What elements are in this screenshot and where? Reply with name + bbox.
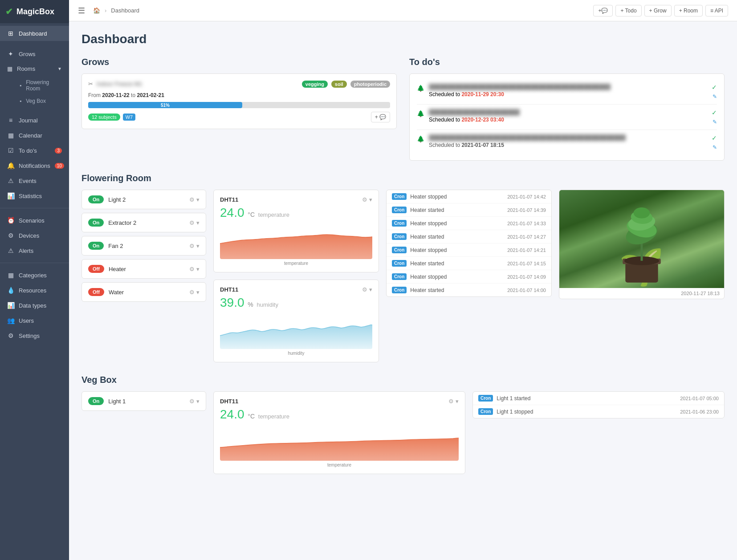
water-toggle[interactable]: Off [88, 288, 104, 296]
sidebar-item-resources[interactable]: 💧 Resources [0, 283, 69, 298]
cron-badge-0: Cron [392, 193, 407, 200]
home-icon[interactable]: 🏠 [93, 7, 100, 14]
sidebar-item-scenarios[interactable]: ⏰ Scenarios [0, 213, 69, 228]
light2-gear[interactable]: ⚙ ▾ [189, 196, 200, 203]
sidebar-item-devices[interactable]: ⚙ Devices [0, 228, 69, 243]
veg-temp-sensor-gear[interactable]: ⚙ ▾ [448, 398, 459, 405]
sidebar-item-grows[interactable]: ✦ Grows [0, 46, 69, 61]
humidity-unit: % [248, 301, 253, 308]
flowering-room-title: Flowering Room [81, 173, 725, 183]
sidebar-item-users[interactable]: 👥 Users [0, 313, 69, 328]
event-time-1: 2021-01-07 14:39 [507, 207, 546, 213]
fan2-toggle[interactable]: On [88, 242, 104, 250]
week-badge: W7 [123, 114, 136, 121]
todo-date-2: 2020-12-23 03:40 [461, 117, 504, 123]
topnav-room-button[interactable]: + Room [674, 5, 703, 16]
veg-event-desc-0: Light 1 started [497, 395, 676, 402]
sidebar-item-notifications[interactable]: 🔔 Notifications 10 [0, 158, 69, 173]
sidebar-label-categories: Categories [19, 272, 47, 279]
water-gear[interactable]: ⚙ ▾ [189, 289, 200, 296]
sidebar-label-datatypes: Data types [19, 302, 46, 309]
todos-section: To do's 🌲 ██████████████████████████████… [409, 57, 725, 161]
sidebar-item-rooms[interactable]: ▦ Rooms ▼ [0, 61, 69, 76]
sidebar-item-calendar[interactable]: ▦ Calendar [0, 128, 69, 143]
flowering-room-icon: ▪ [20, 82, 21, 89]
veg-temp-label: temperature [258, 413, 289, 420]
device-fan2: On Fan 2 ⚙ ▾ [81, 236, 206, 256]
breadcrumb-separator: › [105, 7, 106, 14]
extractor2-toggle[interactable]: On [88, 219, 104, 227]
todo-date-3: 2021-01-07 18:15 [461, 142, 504, 148]
cron-badge-6: Cron [392, 273, 407, 280]
logo-icon: ✔ [5, 6, 13, 17]
todos-icon: ☑ [7, 147, 14, 154]
temp-sensor-value: 24.0 °C temperature [220, 206, 372, 220]
extractor2-gear[interactable]: ⚙ ▾ [189, 219, 200, 226]
light1-toggle[interactable]: On [88, 397, 104, 405]
todo-edit-2[interactable]: ✎ [713, 119, 717, 125]
sidebar-item-settings[interactable]: ⚙ Settings [0, 328, 69, 343]
veg-box-grid: On Light 1 ⚙ ▾ DHT11 ⚙ ▾ 24.0 °C tempera… [81, 391, 725, 474]
light2-toggle[interactable]: On [88, 195, 104, 203]
temp-chart [220, 223, 372, 259]
topnav-chat-button[interactable]: +💬 [593, 5, 613, 16]
top-section: Grows ✂ Indoor Freeze M1 vegging soil ph… [81, 57, 725, 161]
humidity-sensor-gear[interactable]: ⚙ ▾ [362, 286, 372, 293]
calendar-icon: ▦ [7, 132, 14, 139]
rooms-submenu: ▪ Flowering Room ▪ Veg Box [0, 76, 69, 107]
sidebar-item-veg-box[interactable]: ▪ Veg Box [14, 95, 69, 107]
sidebar-item-journal[interactable]: ≡ Journal [0, 113, 69, 128]
veg-temp-chart [220, 425, 459, 461]
temp-chart-label: temperature [220, 261, 372, 266]
sidebar: ✔ MagicBox ⊞ Dashboard ✦ Grows ▦ Rooms ▼… [0, 0, 69, 560]
todo-check-3[interactable]: ✓ [712, 134, 717, 142]
heater-gear[interactable]: ⚙ ▾ [189, 266, 200, 272]
veg-temp-sensor-title: DHT11 [220, 398, 238, 405]
fan2-gear[interactable]: ⚙ ▾ [189, 243, 200, 249]
sidebar-item-datatypes[interactable]: 📊 Data types [0, 298, 69, 313]
sidebar-item-alerts[interactable]: ⚠ Alerts [0, 243, 69, 258]
temp-chart-svg [220, 223, 372, 259]
todo-check-2[interactable]: ✓ [712, 109, 717, 116]
device-light2: On Light 2 ⚙ ▾ [81, 190, 206, 209]
notifications-icon: 🔔 [7, 162, 14, 169]
page-title: Dashboard [81, 32, 725, 46]
light1-name: Light 1 [108, 398, 185, 405]
temp-sensor-gear[interactable]: ⚙ ▾ [362, 196, 372, 203]
cron-badge-7: Cron [392, 287, 407, 293]
sidebar-item-flowering-room[interactable]: ▪ Flowering Room [14, 76, 69, 95]
sidebar-item-statistics[interactable]: 📊 Statistics [0, 188, 69, 203]
journal-icon: ≡ [7, 117, 14, 124]
topnav-api-button[interactable]: ≡ API [705, 5, 728, 16]
cron-badge-3: Cron [392, 233, 407, 240]
hamburger-icon[interactable]: ☰ [78, 6, 85, 16]
sidebar-item-dashboard[interactable]: ⊞ Dashboard [0, 26, 69, 41]
topnav-grow-button[interactable]: + Grow [644, 5, 672, 16]
statistics-icon: 📊 [7, 192, 14, 199]
device-heater: Off Heater ⚙ ▾ [81, 259, 206, 279]
heater-toggle[interactable]: Off [88, 265, 104, 273]
todo-edit-1[interactable]: ✎ [713, 93, 717, 100]
sidebar-item-events[interactable]: ⚠ Events [0, 173, 69, 188]
sidebar-item-todos[interactable]: ☑ To do's 3 [0, 143, 69, 158]
topnav-todo-button[interactable]: + Todo [615, 5, 641, 16]
grow-date-from: 2020-11-22 [102, 92, 129, 98]
grow-add-button[interactable]: + 💬 [371, 112, 390, 122]
todo-actions-3: ✓ ✎ [712, 134, 717, 150]
veg-cron-badge-0: Cron [478, 395, 493, 402]
sidebar-label-notifications: Notifications [19, 162, 50, 169]
grow-dates: From 2020-11-22 to 2021-02-21 [88, 92, 390, 98]
tag-vegging: vegging [302, 81, 328, 88]
todo-check-1[interactable]: ✓ [712, 84, 717, 91]
todo-edit-3[interactable]: ✎ [713, 144, 717, 150]
users-icon: 👥 [7, 317, 14, 324]
humidity-sensor-card: DHT11 ⚙ ▾ 39.0 % humidity [213, 280, 379, 362]
veg-temp-chart-svg [220, 425, 459, 461]
sidebar-item-categories[interactable]: ▦ Categories [0, 268, 69, 283]
sidebar-label-journal: Journal [19, 117, 38, 124]
event-desc-4: Heater stopped [410, 247, 504, 253]
event-time-3: 2021-01-07 14:27 [507, 234, 546, 239]
devices-icon: ⚙ [7, 232, 14, 239]
light1-gear[interactable]: ⚙ ▾ [189, 398, 200, 405]
rooms-icon: ▦ [7, 65, 12, 72]
